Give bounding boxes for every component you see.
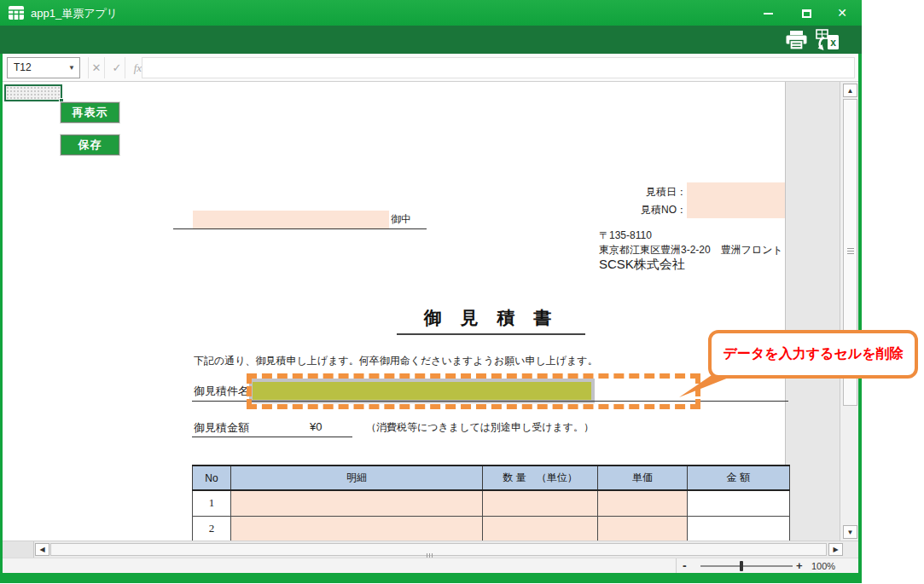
zoom-in-button[interactable]: + bbox=[796, 559, 803, 572]
maximize-button[interactable] bbox=[792, 0, 821, 26]
scroll-up-button[interactable]: ▲ bbox=[843, 84, 857, 97]
annotation-callout: データを入力するセルを削除 bbox=[708, 330, 918, 379]
maximize-icon bbox=[802, 9, 811, 18]
amount-cell bbox=[688, 516, 790, 541]
titlebar: app1_単票アプリ ✕ bbox=[0, 0, 862, 26]
window-title: app1_単票アプリ bbox=[31, 6, 118, 21]
formula-bar: T12 ▼ ✕ ✓ fx bbox=[3, 54, 859, 82]
col-header-no: No bbox=[193, 465, 231, 490]
row-number-cell: 1 bbox=[193, 490, 231, 516]
svg-text:x: x bbox=[830, 37, 836, 49]
formula-input[interactable] bbox=[142, 57, 855, 78]
col-header-quantity: 数 量 （単位） bbox=[483, 465, 598, 490]
col-header-unit-price: 単価 bbox=[598, 465, 688, 490]
quote-date-label: 見積日： bbox=[613, 185, 687, 199]
window-right-border bbox=[858, 54, 862, 583]
zoom-slider-track[interactable] bbox=[700, 565, 793, 567]
detail-input-cell[interactable] bbox=[231, 516, 483, 541]
unit-price-input-cell[interactable] bbox=[598, 490, 688, 516]
table-row: 1 bbox=[193, 490, 790, 516]
app-window: app1_単票アプリ ✕ bbox=[0, 0, 862, 583]
formula-buttons: ✕ ✓ fx bbox=[88, 57, 147, 78]
col-header-amount: 金 額 bbox=[688, 465, 790, 490]
selected-cell[interactable] bbox=[4, 84, 62, 101]
amount-cell bbox=[688, 490, 790, 516]
quote-no-input-cell[interactable] bbox=[687, 200, 788, 218]
amount-value: ¥0 bbox=[310, 420, 322, 433]
vertical-scrollbar[interactable]: ▲ ▼ bbox=[840, 82, 859, 541]
cell-name-box[interactable]: T12 ▼ bbox=[7, 57, 80, 78]
horizontal-scroll-thumb[interactable] bbox=[50, 543, 827, 556]
zoom-out-button[interactable]: - bbox=[683, 558, 687, 572]
export-excel-button[interactable]: x bbox=[816, 29, 841, 55]
detail-input-cell[interactable] bbox=[231, 490, 483, 516]
redisplay-button[interactable]: 再表示 bbox=[61, 102, 119, 123]
status-bar-divider bbox=[676, 558, 677, 574]
sheet-canvas-margin bbox=[785, 82, 840, 541]
cancel-entry-button[interactable]: ✕ bbox=[88, 57, 105, 78]
horizontal-scrollbar[interactable]: ◀ ▶ bbox=[3, 541, 859, 558]
minimize-icon bbox=[764, 13, 773, 14]
unit-price-input-cell[interactable] bbox=[598, 516, 688, 541]
scrollbar-corner bbox=[3, 541, 34, 558]
save-button[interactable]: 保存 bbox=[61, 135, 119, 155]
quote-no-label: 見積NO： bbox=[613, 203, 687, 217]
zoom-slider-thumb[interactable] bbox=[740, 561, 743, 571]
col-header-detail: 明細 bbox=[231, 465, 483, 490]
spreadsheet-app-icon bbox=[8, 4, 25, 21]
scroll-thumb-grip-icon bbox=[847, 248, 854, 256]
recipient-underline bbox=[173, 228, 427, 229]
table-row: 2 bbox=[193, 516, 790, 541]
cell-reference: T12 bbox=[14, 61, 32, 73]
window-left-border bbox=[0, 54, 3, 583]
row-number-cell: 2 bbox=[193, 516, 231, 541]
minimize-button[interactable] bbox=[753, 0, 782, 26]
recipient-input-cell[interactable] bbox=[193, 211, 389, 228]
amount-label: 御見積金額 bbox=[194, 420, 249, 436]
sheet-area[interactable]: 再表示 保存 見積日： 見積NO： 御中 〒135-8110 東京都江東区豊洲3… bbox=[3, 82, 859, 541]
detail-table: No 明細 数 量 （単位） 単価 金 額 1 2 bbox=[192, 465, 790, 541]
quote-date-input-cell[interactable] bbox=[687, 182, 788, 200]
greeting-text: 下記の通り、御見積申し上げます。何卒御用命くださいますようお願い申し上げます。 bbox=[194, 354, 598, 368]
quantity-input-cell[interactable] bbox=[483, 516, 598, 541]
scroll-down-button[interactable]: ▼ bbox=[843, 525, 857, 539]
excel-export-icon: x bbox=[816, 29, 841, 51]
table-header-row: No 明細 数 量 （単位） 単価 金 額 bbox=[193, 465, 790, 490]
toolbar: x bbox=[0, 26, 862, 54]
print-button[interactable] bbox=[785, 30, 808, 54]
zoom-level: 100% bbox=[811, 561, 835, 571]
quantity-input-cell[interactable] bbox=[483, 490, 598, 516]
printer-icon bbox=[785, 30, 808, 50]
amount-underline bbox=[192, 437, 352, 437]
company-name: SCSK株式会社 bbox=[599, 257, 685, 273]
subject-label: 御見積件名 bbox=[194, 384, 249, 399]
namebox-dropdown-icon[interactable]: ▼ bbox=[68, 58, 75, 78]
address-line: 東京都江東区豊洲3-2-20 豊洲フロント bbox=[599, 243, 783, 257]
postal-code: 〒135-8110 bbox=[599, 228, 652, 243]
annotation-dashed-highlight bbox=[247, 373, 700, 409]
document-title: 御 見 積 書 bbox=[397, 306, 585, 335]
status-bar: - + 100% bbox=[3, 558, 859, 573]
scroll-right-button[interactable]: ▶ bbox=[828, 543, 843, 556]
scroll-left-button[interactable]: ◀ bbox=[35, 543, 49, 556]
recipient-suffix-label: 御中 bbox=[391, 212, 411, 227]
tax-note: （消費税等につきましては別途申し受けます。） bbox=[366, 420, 594, 435]
close-button[interactable]: ✕ bbox=[828, 0, 857, 26]
confirm-entry-button[interactable]: ✓ bbox=[108, 57, 125, 78]
page: app1_単票アプリ ✕ bbox=[0, 0, 924, 584]
window-bottom-border bbox=[0, 573, 862, 583]
